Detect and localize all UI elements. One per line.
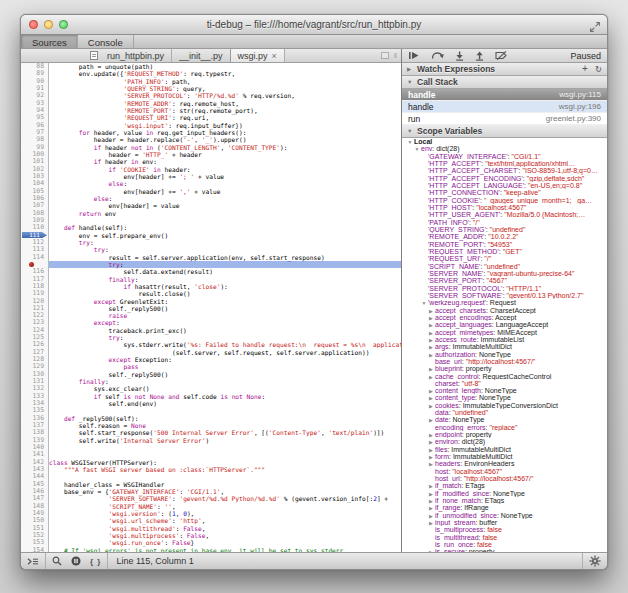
scope-tree-row[interactable]: ▶date: NoneType — [402, 416, 607, 423]
file-tab-label: __init__.py — [179, 51, 223, 61]
settings-gear-icon[interactable] — [582, 553, 607, 569]
scope-tree-row[interactable]: ▶if_modified_since: NoneType — [402, 490, 607, 497]
variable-value: ETags — [465, 482, 484, 489]
code-line — [49, 217, 401, 224]
scope-tree-row[interactable]: ▶args: ImmutableMultiDict — [402, 343, 607, 350]
file-tab-label: run_httpbin.py — [107, 51, 164, 61]
step-into-button[interactable] — [455, 51, 464, 61]
scope-variables-header[interactable]: ▼ Scope Variables — [402, 125, 607, 138]
code-editor[interactable]: 8889909192939495969798991001011021031041… — [21, 63, 401, 552]
step-out-button[interactable] — [475, 51, 484, 61]
code-line: env[header] = value — [49, 202, 401, 209]
expander-closed-icon[interactable]: ▶ — [427, 330, 435, 336]
call-stack-frame[interactable]: handlewsgi.py:196 — [402, 101, 607, 113]
code-line: 'wsgi.version': (1, 0), — [49, 510, 401, 517]
variable-name: 'HTTP_ACCEPT_ENCODING' — [428, 175, 523, 182]
code-line: handler_class = WSGIHandler — [49, 481, 401, 488]
expander-open-icon[interactable]: ▼ — [420, 300, 428, 306]
expander-closed-icon[interactable]: ▶ — [427, 505, 435, 511]
scope-tree-row[interactable]: ▶environ: dict(28) — [402, 438, 607, 445]
call-stack-frame[interactable]: rungreenlet.py:390 — [402, 113, 607, 125]
variable-value: "undefined" — [484, 263, 520, 270]
scope-tree-row: is_multithread: false — [402, 534, 607, 541]
scope-tree-row[interactable]: ▶if_none_match: ETags — [402, 497, 607, 504]
code-line: finally: — [49, 378, 401, 385]
step-over-button[interactable] — [431, 51, 444, 60]
close-tab-icon[interactable]: × — [272, 51, 277, 61]
variable-value: CharsetAccept — [490, 307, 536, 314]
scope-tree-row[interactable]: ▶if_unmodified_since: NoneType — [402, 512, 607, 519]
file-tab-run_httpbin.py[interactable]: run_httpbin.py — [100, 49, 172, 62]
fullscreen-grip-icon[interactable] — [589, 19, 601, 37]
pause-on-exceptions-icon[interactable] — [68, 553, 84, 569]
scope-tree-row[interactable]: ▶headers: EnvironHeaders — [402, 460, 607, 467]
scope-tree-row[interactable]: ▶cache_control: RequestCacheControl — [402, 373, 607, 380]
expander-closed-icon[interactable]: ▶ — [427, 461, 435, 467]
expander-closed-icon[interactable]: ▶ — [427, 322, 435, 328]
tab-overflow-box-icon[interactable] — [381, 52, 389, 59]
pretty-print-icon[interactable]: { } — [84, 553, 107, 569]
panel-tab-console[interactable]: Console — [78, 35, 134, 48]
code-line: self.reason = None — [49, 422, 401, 429]
variable-name: if_none_match — [435, 497, 481, 504]
expander-closed-icon[interactable]: ▶ — [427, 439, 435, 445]
file-tab-__init__.py[interactable]: __init__.py — [172, 49, 231, 62]
scope-tree-row[interactable]: ▼Local — [402, 138, 607, 145]
tab-overflow-bars-icon[interactable]: ‖ — [394, 52, 397, 59]
expander-closed-icon[interactable]: ▶ — [427, 344, 435, 350]
call-stack-header[interactable]: ▼ Call Stack — [402, 76, 607, 89]
show-console-icon[interactable] — [21, 553, 45, 569]
zoom-window-button[interactable] — [59, 20, 68, 29]
scope-tree-row[interactable]: ▶cookies: ImmutableTypeConversionDict — [402, 402, 607, 409]
scope-tree-row[interactable]: ▶endpoint: property — [402, 431, 607, 438]
toggle-breakpoints-button[interactable] — [495, 51, 508, 60]
code-line: 'wsgi.url_scheme': 'http', — [49, 517, 401, 524]
scope-tree-row[interactable]: ▶content_length: NoneType — [402, 387, 607, 394]
variable-value: "GET" — [503, 248, 522, 255]
scope-tree-row[interactable]: ▶accept_encodings: Accept — [402, 314, 607, 321]
close-window-button[interactable] — [29, 20, 38, 29]
scope-tree-row[interactable]: ▶content_type: NoneType — [402, 394, 607, 401]
expander-closed-icon[interactable]: ▶ — [427, 374, 435, 380]
expander-closed-icon[interactable]: ▶ — [427, 395, 435, 401]
scope-tree-row[interactable]: ▶input_stream: buffer — [402, 519, 607, 526]
file-tab-wsgi.py[interactable]: wsgi.py× — [230, 49, 285, 62]
cursor-position-label: Line 115, Column 1 — [108, 556, 193, 566]
file-navigator-icon[interactable] — [87, 49, 100, 62]
line-number[interactable]: 114 — [21, 254, 48, 261]
scope-tree-row[interactable]: ▼'werkzeug.request': Request — [402, 299, 607, 306]
scope-tree-row[interactable]: ▶form: ImmutableMultiDict — [402, 453, 607, 460]
variable-name: blueprint — [435, 365, 462, 372]
line-number[interactable]: 110 — [21, 224, 48, 231]
expander-spacer — [420, 264, 428, 270]
scope-tree-row[interactable]: ▶access_route: ImmutableList — [402, 336, 607, 343]
frame-location: greenlet.py:390 — [546, 114, 601, 123]
expander-closed-icon[interactable]: ▶ — [427, 483, 435, 489]
expander-closed-icon[interactable]: ▶ — [427, 352, 435, 358]
scope-tree-row[interactable]: ▶if_match: ETags — [402, 482, 607, 489]
expander-closed-icon[interactable]: ▶ — [427, 366, 435, 372]
scope-tree-row[interactable]: ▶accept_languages: LanguageAccept — [402, 321, 607, 328]
scope-tree-row[interactable]: ▶blueprint: property — [402, 365, 607, 372]
scope-tree-row[interactable]: ▼env: dict(28) — [402, 145, 607, 152]
minimize-window-button[interactable] — [44, 20, 53, 29]
refresh-watch-button[interactable]: ↻ — [595, 64, 602, 74]
scope-tree-row[interactable]: ▶files: ImmutableMultiDict — [402, 446, 607, 453]
scope-tree-row[interactable]: ▶accept_mimetypes: MIMEAccept — [402, 329, 607, 336]
add-watch-button[interactable]: + — [582, 65, 588, 73]
expander-open-icon[interactable]: ▼ — [413, 146, 421, 152]
scope-tree-row[interactable]: ▶authorization: NoneType — [402, 351, 607, 358]
code-line: 'PATH_INFO': path, — [49, 78, 401, 85]
watch-expressions-header[interactable]: ▶ Watch Expressions + ↻ — [402, 63, 607, 76]
scope-tree-row: 'HTTP_USER_AGENT': "Mozilla/5.0 (Macinto… — [402, 211, 607, 218]
expander-closed-icon[interactable]: ▶ — [427, 308, 435, 314]
code-line: 'REQUEST_URI': req.uri, — [49, 114, 401, 121]
continue-button[interactable] — [408, 51, 420, 60]
search-icon[interactable] — [46, 553, 68, 569]
scope-tree-row[interactable]: ▶if_range: IfRange — [402, 504, 607, 511]
line-number[interactable]: 154 — [21, 547, 48, 552]
panel-tab-sources[interactable]: Sources — [21, 35, 78, 48]
expander-closed-icon[interactable]: ▶ — [427, 417, 435, 423]
call-stack-frame[interactable]: handlewsgi.py:115 — [402, 89, 607, 101]
scope-tree-row[interactable]: ▶accept_charsets: CharsetAccept — [402, 307, 607, 314]
